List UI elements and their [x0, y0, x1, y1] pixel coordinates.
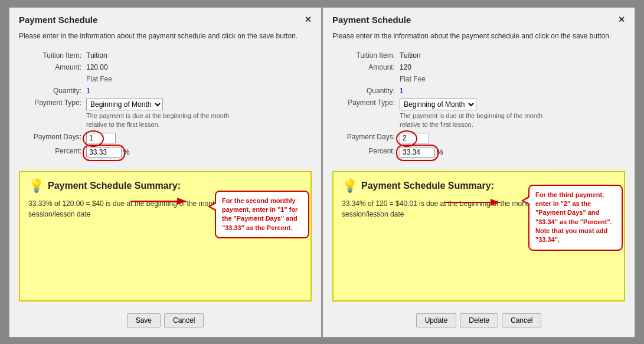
left-bulb-icon: 💡	[28, 178, 44, 194]
right-delete-button[interactable]: Delete	[460, 313, 498, 327]
right-dialog-title: Payment Schedule	[332, 15, 411, 25]
right-payment-dialog: Payment Schedule ✕ Please enter in the i…	[322, 7, 635, 338]
left-callout-bubble: For the second monthly payment, enter in…	[215, 191, 309, 239]
left-payment-type-select[interactable]: Beginning of Month End of Month Per Sess…	[86, 99, 163, 110]
right-payment-type-desc: The payment is due at the beginning of t…	[400, 112, 553, 130]
amount-label: Amount:	[19, 61, 84, 73]
right-percent-row: Percent: %	[332, 145, 625, 159]
left-percent-symbol: %	[123, 148, 130, 156]
quantity-label: Quantity:	[19, 85, 84, 97]
right-update-button[interactable]: Update	[416, 313, 457, 327]
right-percent-wrap	[400, 147, 435, 158]
right-quantity-label: Quantity:	[332, 85, 397, 97]
right-payment-days-row: Payment Days:	[332, 131, 625, 145]
right-amount-row: Amount: 120	[332, 61, 625, 73]
amount-row: Amount: 120.00	[19, 61, 312, 73]
right-payment-days-input[interactable]	[400, 133, 429, 143]
tuition-item-row: Tuition Item: Tuition	[19, 50, 312, 61]
payment-days-label: Payment Days:	[19, 131, 84, 145]
right-bulb-icon: 💡	[342, 178, 358, 194]
right-summary-title: Payment Schedule Summary:	[361, 181, 494, 191]
right-amount-label: Amount:	[332, 61, 397, 73]
left-percent-input[interactable]	[86, 147, 122, 158]
percent-label: Percent:	[19, 145, 84, 159]
right-amount-value: 120	[400, 63, 411, 71]
right-flat-fee-label: Flat Fee	[397, 73, 625, 85]
flat-fee-label: Flat Fee	[84, 73, 312, 85]
payment-days-row: Payment Days:	[19, 131, 312, 145]
left-save-button[interactable]: Save	[127, 313, 161, 327]
left-cancel-button[interactable]: Cancel	[164, 313, 204, 327]
left-dialog-footer: Save Cancel	[19, 313, 312, 327]
left-payment-type-desc: The payment is due at the beginning of t…	[86, 112, 240, 130]
right-payment-days-label: Payment Days:	[332, 131, 397, 145]
right-callout-bubble: For the third payment, enter in "2" as t…	[528, 185, 623, 251]
left-close-button[interactable]: ✕	[305, 15, 312, 24]
right-quantity-row: Quantity: 1	[332, 85, 625, 97]
flat-fee-row: Flat Fee	[19, 73, 312, 85]
right-payment-type-label: Payment Type:	[332, 97, 397, 132]
amount-value: 120.00	[86, 63, 108, 71]
left-dialog-title: Payment Schedule	[19, 15, 97, 25]
left-payment-days-input[interactable]	[86, 133, 116, 143]
right-form-table: Tuition Item: Tuition Amount: 120 Flat F…	[332, 50, 625, 160]
right-close-button[interactable]: ✕	[618, 15, 625, 24]
right-quantity-value: 1	[397, 85, 625, 97]
right-flat-fee-row: Flat Fee	[332, 73, 625, 85]
payment-days-wrap	[86, 133, 116, 143]
payment-type-label: Payment Type:	[19, 97, 84, 132]
right-percent-input[interactable]	[400, 147, 435, 158]
percent-row: Percent: %	[19, 145, 312, 159]
right-payment-type-row: Payment Type: Beginning of Month End of …	[332, 97, 625, 132]
right-tuition-item-value: Tuition	[397, 50, 625, 61]
right-payment-type-select[interactable]: Beginning of Month End of Month Per Sess…	[400, 99, 476, 110]
right-title-bar: Payment Schedule ✕	[332, 15, 625, 25]
right-percent-label: Percent:	[332, 145, 397, 159]
payment-type-row: Payment Type: Beginning of Month End of …	[19, 97, 312, 132]
right-cancel-button[interactable]: Cancel	[502, 313, 541, 327]
tuition-item-value: Tuition	[84, 50, 312, 61]
right-dialog-description: Please enter in the information about th…	[332, 31, 625, 41]
left-title-bar: Payment Schedule ✕	[19, 15, 312, 25]
left-summary-title: Payment Schedule Summary:	[48, 181, 181, 191]
left-dialog-description: Please enter in the information about th…	[19, 31, 312, 41]
percent-wrap	[86, 147, 122, 158]
quantity-row: Quantity: 1	[19, 85, 312, 97]
right-dialog-footer: Update Delete Cancel	[332, 313, 625, 327]
tuition-item-label: Tuition Item:	[19, 50, 84, 61]
left-payment-dialog: Payment Schedule ✕ Please enter in the i…	[9, 7, 322, 338]
right-tuition-item-row: Tuition Item: Tuition	[332, 50, 625, 61]
left-form-table: Tuition Item: Tuition Amount: 120.00 Fla…	[19, 50, 312, 160]
quantity-value: 1	[84, 85, 312, 97]
right-tuition-item-label: Tuition Item:	[332, 50, 397, 61]
right-percent-symbol: %	[437, 148, 443, 156]
right-payment-days-wrap	[400, 133, 429, 143]
